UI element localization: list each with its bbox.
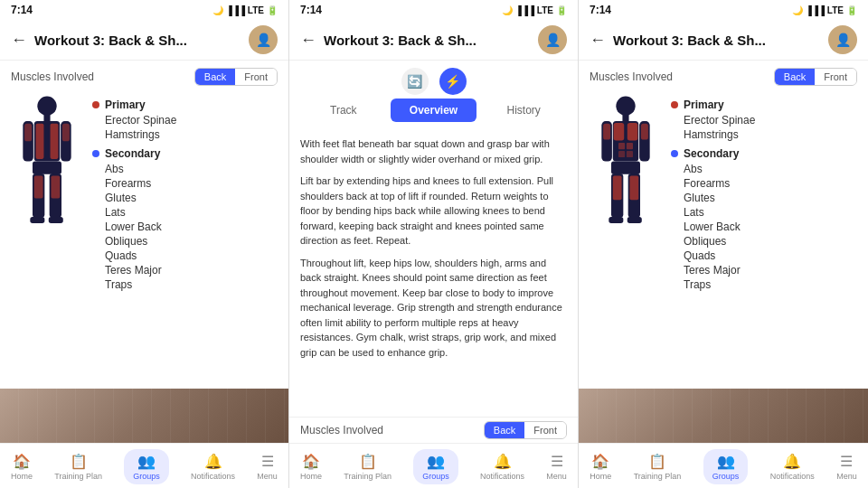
svg-rect-7	[24, 124, 32, 142]
primary-label-left: Primary	[105, 99, 146, 111]
muscle-erector-left: Erector Spinae	[92, 113, 278, 127]
moon-icon-right: 🌙	[792, 5, 803, 15]
svg-rect-35	[627, 217, 642, 223]
moon-icon-middle: 🌙	[502, 5, 513, 15]
menu-label-middle: Menu	[546, 472, 567, 481]
menu-icon-middle: ☰	[551, 453, 563, 470]
icon-tab-bolt[interactable]: ⚡	[439, 68, 467, 95]
nav-notifications-right[interactable]: 🔔 Notifications	[770, 453, 815, 481]
groups-icon-middle: 👥	[427, 453, 445, 470]
muscle-traps-right: Traps	[671, 277, 857, 292]
training-label-left: Training Plan	[54, 472, 102, 481]
header-middle: ← Workout 3: Back & Sh... 👤	[289, 20, 578, 61]
header-left: ← Workout 3: Back & Sh... 👤	[0, 20, 288, 61]
nav-notifications-left[interactable]: 🔔 Notifications	[191, 453, 235, 481]
svg-rect-4	[51, 124, 59, 159]
front-btn-middle[interactable]: Front	[524, 422, 566, 438]
bottom-muscles-label: Muscles Involved	[300, 424, 383, 436]
body-figure-right	[590, 93, 662, 385]
nav-training-left[interactable]: 📋 Training Plan	[54, 453, 102, 481]
nav-groups-left[interactable]: 👥 Groups	[124, 449, 169, 484]
notifications-label-middle: Notifications	[480, 472, 524, 481]
notifications-icon-middle: 🔔	[494, 453, 512, 470]
muscle-hamstrings-left: Hamstrings	[92, 127, 278, 142]
nav-notifications-middle[interactable]: 🔔 Notifications	[480, 453, 524, 481]
muscle-teresmaior-left: Teres Major	[92, 263, 278, 277]
time-right: 7:14	[590, 4, 611, 16]
nav-menu-middle[interactable]: ☰ Menu	[546, 453, 567, 481]
header-title-right: Workout 3: Back & Sh...	[613, 33, 828, 48]
training-label-middle: Training Plan	[344, 472, 392, 481]
nav-menu-left[interactable]: ☰ Menu	[257, 453, 278, 481]
svg-rect-23	[618, 151, 625, 157]
nav-training-middle[interactable]: 📋 Training Plan	[344, 453, 392, 481]
bottom-nav-middle: 🏠 Home 📋 Training Plan 👥 Groups 🔔 Notifi…	[289, 443, 578, 488]
back-button-left[interactable]: ←	[11, 31, 27, 50]
muscles-label-left: Muscles Involved	[11, 70, 94, 83]
svg-rect-27	[603, 124, 610, 140]
front-btn-right[interactable]: Front	[815, 69, 856, 85]
back-btn-left[interactable]: Back	[195, 69, 235, 85]
nav-groups-right[interactable]: 👥 Groups	[703, 449, 749, 484]
primary-dot-left	[92, 101, 99, 108]
secondary-category-left: Secondary	[92, 147, 278, 160]
muscle-obliques-left: Obliques	[92, 234, 278, 249]
menu-icon-left: ☰	[261, 453, 274, 470]
menu-icon-right: ☰	[840, 453, 853, 470]
muscle-lowerback-left: Lower Back	[92, 220, 278, 234]
status-icons-middle: 🌙 ▐▐▐ LTE 🔋	[502, 5, 567, 15]
icon-tab-timer[interactable]: 🔄	[401, 68, 429, 95]
svg-point-0	[37, 97, 56, 116]
battery-icon: 🔋	[267, 5, 278, 15]
home-label-middle: Home	[300, 472, 322, 481]
status-icons-left: 🌙 ▐▐▐ LTE 🔋	[212, 5, 278, 15]
primary-dot-right	[671, 101, 678, 108]
svg-rect-19	[614, 123, 625, 141]
groups-label-left: Groups	[133, 472, 160, 481]
groups-label-right: Groups	[712, 472, 740, 481]
tab-track[interactable]: Track	[300, 99, 387, 122]
tab-overview[interactable]: Overview	[391, 99, 477, 122]
back-button-right[interactable]: ←	[590, 31, 606, 50]
nav-home-left[interactable]: 🏠 Home	[11, 453, 33, 481]
signal-icon: ▐▐▐ LTE	[226, 5, 264, 15]
menu-label-left: Menu	[257, 472, 278, 481]
body-svg-left	[14, 93, 80, 238]
para-3: Throughout lift, keep hips low, shoulder…	[300, 256, 567, 361]
nav-home-right[interactable]: 🏠 Home	[590, 453, 611, 481]
primary-category-left: Primary	[92, 99, 278, 111]
muscle-quads-left: Quads	[92, 249, 278, 263]
secondary-dot-left	[92, 150, 99, 157]
time-middle: 7:14	[300, 4, 322, 16]
svg-rect-24	[627, 151, 633, 157]
tab-history[interactable]: History	[480, 99, 567, 122]
avatar-right: 👤	[828, 25, 857, 54]
svg-rect-12	[34, 176, 43, 199]
svg-rect-34	[609, 217, 623, 223]
notifications-icon-right: 🔔	[783, 453, 801, 470]
back-btn-right[interactable]: Back	[775, 69, 815, 85]
svg-rect-9	[33, 162, 61, 174]
svg-rect-14	[30, 217, 44, 223]
status-icons-right: 🌙 ▐▐▐ LTE 🔋	[792, 5, 857, 15]
phone-left: 7:14 🌙 ▐▐▐ LTE 🔋 ← Workout 3: Back & Sh.…	[0, 0, 289, 488]
body-figure-left	[11, 93, 83, 385]
home-label-right: Home	[590, 472, 611, 481]
front-btn-left[interactable]: Front	[235, 69, 277, 85]
section-row-left: Muscles Involved Back Front	[0, 61, 288, 89]
svg-rect-15	[49, 217, 63, 223]
svg-rect-29	[611, 162, 640, 174]
notifications-label-left: Notifications	[191, 472, 235, 481]
back-button-middle[interactable]: ←	[300, 31, 316, 50]
secondary-label-right: Secondary	[684, 147, 739, 160]
svg-rect-13	[51, 176, 60, 199]
nav-groups-middle[interactable]: 👥 Groups	[413, 449, 458, 484]
muscle-obliques-right: Obliques	[671, 234, 857, 249]
status-bar-left: 7:14 🌙 ▐▐▐ LTE 🔋	[0, 0, 288, 20]
back-btn-middle[interactable]: Back	[485, 422, 524, 438]
nav-menu-right[interactable]: ☰ Menu	[836, 453, 857, 481]
nav-training-right[interactable]: 📋 Training Plan	[634, 453, 682, 481]
nav-home-middle[interactable]: 🏠 Home	[300, 453, 322, 481]
phone-middle: 7:14 🌙 ▐▐▐ LTE 🔋 ← Workout 3: Back & Sh.…	[289, 0, 579, 488]
secondary-category-right: Secondary	[671, 147, 857, 160]
